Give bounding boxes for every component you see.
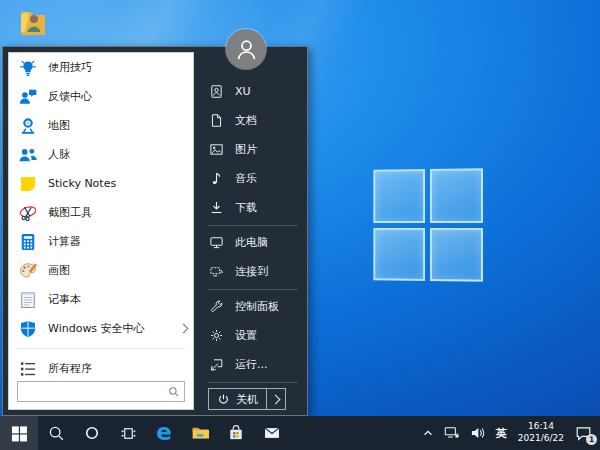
menu-item-label: 音乐 (235, 171, 257, 186)
user-files-icon (209, 84, 224, 99)
all-programs-label: 所有程序 (48, 361, 92, 376)
action-center-button[interactable]: 1 (570, 416, 597, 450)
menu-item-run[interactable]: 运行... (194, 350, 307, 379)
mail-taskbar-button[interactable] (254, 416, 290, 450)
people-icon (18, 145, 38, 165)
menu-item-sticky-notes[interactable]: Sticky Notes (9, 169, 193, 198)
computer-icon (209, 235, 224, 250)
menu-item-label: 文档 (235, 113, 257, 128)
menu-item-notepad[interactable]: 记事本 (9, 285, 193, 314)
menu-item-tips[interactable]: 使用技巧 (9, 53, 193, 82)
menu-item-label: 人脉 (48, 147, 70, 162)
start-button[interactable] (0, 416, 38, 450)
file-explorer-taskbar-button[interactable] (182, 416, 218, 450)
chevron-right-icon (270, 394, 280, 404)
windows-logo-wallpaper (373, 168, 483, 281)
menu-item-label: 控制面板 (235, 299, 279, 314)
shutdown-options-button[interactable] (267, 388, 286, 410)
menu-item-label: 地图 (48, 118, 70, 133)
start-search-box[interactable] (17, 381, 185, 402)
menu-item-label: 此电脑 (235, 235, 268, 250)
menu-item-downloads[interactable]: 下载 (194, 193, 307, 222)
document-icon (209, 113, 224, 128)
start-search-input[interactable] (23, 384, 168, 399)
music-note-icon (209, 171, 224, 186)
menu-item-label: 下载 (235, 200, 257, 215)
windows-logo-pane (430, 168, 483, 222)
start-menu-right-panel: XU 文档 图片 音乐 (194, 47, 307, 415)
menu-item-windows-security[interactable]: Windows 安全中心 (9, 314, 193, 343)
person-icon (233, 36, 260, 63)
cortana-circle-icon (84, 425, 100, 441)
menu-item-feedback-hub[interactable]: 反馈中心 (9, 82, 193, 111)
mail-envelope-icon (263, 424, 281, 442)
menu-separator (207, 225, 298, 226)
menu-item-label: 截图工具 (48, 205, 92, 220)
menu-separator (207, 289, 298, 290)
volume-tray-button[interactable] (465, 416, 491, 450)
menu-item-label: 记事本 (48, 292, 81, 307)
menu-item-music[interactable]: 音乐 (194, 164, 307, 193)
ime-language-indicator[interactable]: 英 (491, 416, 512, 450)
menu-item-settings[interactable]: 设置 (194, 321, 307, 350)
menu-item-this-pc[interactable]: 此电脑 (194, 228, 307, 257)
menu-item-label: 图片 (235, 142, 257, 157)
ime-label: 英 (496, 426, 507, 441)
user-folder-desktop-icon[interactable] (17, 6, 49, 38)
shutdown-button[interactable]: 关机 (208, 388, 267, 410)
start-menu: 使用技巧 反馈中心 地图 人脉 (2, 46, 308, 416)
cortana-button[interactable] (74, 416, 110, 450)
ethernet-network-icon (444, 425, 460, 441)
menu-item-snipping-tool[interactable]: 截图工具 (9, 198, 193, 227)
taskbar: e 英 16:1 (0, 416, 600, 450)
task-view-button[interactable] (110, 416, 146, 450)
menu-item-label: 反馈中心 (48, 89, 92, 104)
edge-taskbar-button[interactable]: e (146, 416, 182, 450)
map-pin-icon (18, 116, 38, 136)
windows-start-icon (11, 425, 28, 442)
system-tray: 英 16:14 2021/6/22 1 (417, 416, 600, 450)
taskbar-clock[interactable]: 16:14 2021/6/22 (512, 416, 570, 450)
menu-item-label: 连接到 (235, 264, 268, 279)
shield-icon (18, 319, 38, 339)
menu-item-control-panel[interactable]: 控制面板 (194, 292, 307, 321)
connect-icon (209, 264, 224, 279)
menu-item-people[interactable]: 人脉 (9, 140, 193, 169)
edge-icon: e (156, 421, 172, 444)
user-avatar[interactable] (226, 29, 266, 69)
search-icon (48, 425, 65, 442)
sticky-note-icon (18, 174, 38, 194)
menu-item-label: 画图 (48, 263, 70, 278)
clock-time: 16:14 (518, 421, 564, 433)
shutdown-label: 关机 (236, 392, 258, 407)
chevron-up-icon (422, 427, 434, 439)
menu-item-connect-to[interactable]: 连接到 (194, 257, 307, 286)
notepad-icon (18, 290, 38, 310)
scissors-icon (18, 203, 38, 223)
clock-date: 2021/6/22 (518, 433, 564, 445)
store-taskbar-button[interactable] (218, 416, 254, 450)
tray-expand-button[interactable] (417, 416, 439, 450)
menu-item-label: Sticky Notes (48, 177, 116, 190)
windows-logo-pane (373, 227, 425, 280)
taskbar-search-button[interactable] (38, 416, 74, 450)
windows-desktop: 使用技巧 反馈中心 地图 人脉 (0, 0, 600, 450)
menu-item-label: 设置 (235, 328, 257, 343)
menu-item-paint[interactable]: 画图 (9, 256, 193, 285)
task-view-icon (120, 425, 137, 442)
all-programs-button[interactable]: 所有程序 (9, 354, 193, 383)
menu-separator (207, 382, 298, 383)
menu-item-user-files[interactable]: XU (194, 77, 307, 106)
store-bag-icon (227, 424, 245, 442)
menu-item-pictures[interactable]: 图片 (194, 135, 307, 164)
submenu-chevron-icon (179, 324, 189, 334)
menu-item-maps[interactable]: 地图 (9, 111, 193, 140)
menu-item-calculator[interactable]: 计算器 (9, 227, 193, 256)
network-tray-button[interactable] (439, 416, 465, 450)
shutdown-controls: 关机 (208, 388, 307, 410)
windows-logo-pane (430, 228, 483, 282)
lightbulb-icon (18, 58, 38, 78)
menu-item-documents[interactable]: 文档 (194, 106, 307, 135)
folder-icon (191, 424, 209, 442)
wrench-icon (209, 299, 224, 314)
